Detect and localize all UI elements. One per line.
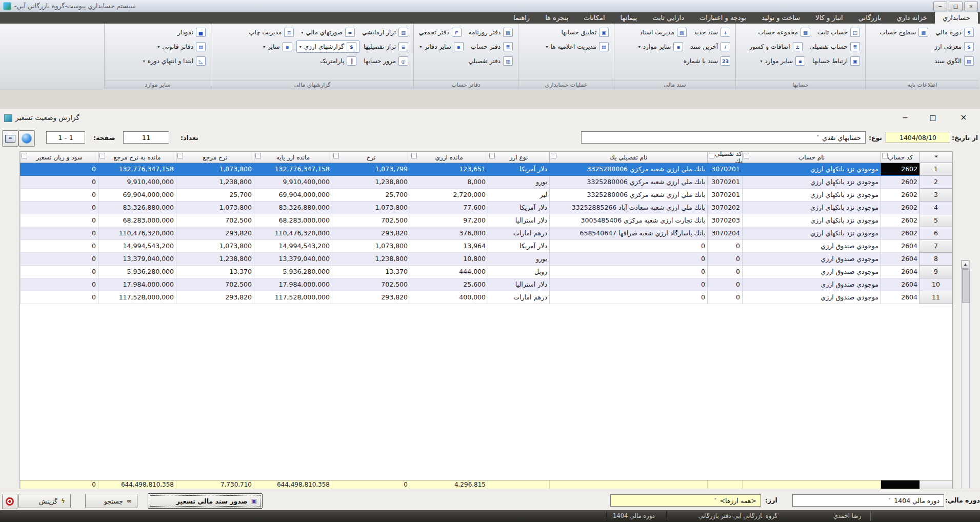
filter-checkbox[interactable] <box>22 153 27 158</box>
ribbon-button[interactable]: ▪سایر دفاتر▾ <box>417 41 467 53</box>
print-button[interactable]: ≡ <box>2 130 18 147</box>
table-row[interactable]: 62602موجودي نزد بانكهاي ارزي3070204بانك … <box>20 227 952 240</box>
report-close-icon[interactable]: × <box>957 112 970 123</box>
filter-checkbox[interactable] <box>882 153 888 158</box>
table-row[interactable]: 22602موجودي نزد بانكهاي ارزي3070201بانك … <box>20 176 952 189</box>
ribbon-button[interactable]: ∕آخرین سند <box>687 41 733 53</box>
column-header-ref_balance[interactable]: مانده به نرخ مرجع <box>98 152 176 163</box>
filter-checkbox[interactable] <box>744 153 749 158</box>
column-header-acc_name[interactable]: نام حساب <box>742 152 881 163</box>
scroll-up-icon[interactable]: ▲ <box>962 260 969 269</box>
select-button[interactable]: ϟ گزینش <box>18 494 71 508</box>
table-row[interactable]: 32602موجودي نزد بانكهاي ارزي3070201بانك … <box>20 189 952 202</box>
export-voucher-button[interactable]: ▣ صدور سند مالي تسعیر <box>148 493 263 509</box>
ribbon-tab[interactable]: بودجه و اعتبارات <box>692 12 754 24</box>
account-type-select[interactable]: حسابهاي نقدي ˅ <box>581 131 866 144</box>
exit-button[interactable] <box>2 494 17 509</box>
report-minimize-icon[interactable]: − <box>898 112 912 123</box>
report-maximize-icon[interactable]: □ <box>926 112 939 123</box>
column-header-taf_code[interactable]: کد تفصیلي یك <box>707 152 742 163</box>
ribbon-button[interactable]: ▦مجموعه حساب <box>755 26 813 38</box>
column-header-fx_balance[interactable]: مانده ارزي <box>410 152 488 163</box>
ribbon-button[interactable]: =صورتهاي مالي▾ <box>298 26 358 38</box>
ribbon-button[interactable]: $معرفي ارز <box>931 41 977 53</box>
column-header-ref_rate[interactable]: نرخ مرجع <box>176 152 254 163</box>
ribbon-button[interactable]: +سند جدید <box>691 26 733 38</box>
ribbon-tab[interactable]: حسابداري <box>935 12 978 24</box>
ribbon-button[interactable]: ≣دفتر حساب <box>468 41 516 53</box>
vertical-scrollbar[interactable]: ▲ ▼ <box>961 260 970 522</box>
table-row[interactable]: 102604موجودي صندوق ارزي00دلار استرالیا25… <box>20 278 952 291</box>
filter-checkbox[interactable] <box>551 153 556 158</box>
currency-filter-select[interactable]: <همه ارزها> ˅ <box>610 494 761 507</box>
filter-checkbox[interactable] <box>489 153 495 158</box>
ribbon-button[interactable]: ║پارامتریک <box>317 55 359 67</box>
column-header-acc_code[interactable]: کد حساب <box>881 152 919 163</box>
ribbon-button[interactable]: ▅نمودار <box>174 26 209 38</box>
table-row[interactable]: 82604موجودي صندوق ارزي00یورو10,8001,238,… <box>20 253 952 266</box>
ribbon-button[interactable]: ▥تراز آزمایشي <box>359 26 411 38</box>
ribbon-tab[interactable]: ساخت و تولید <box>754 12 808 24</box>
ribbon-tab[interactable]: انبار و کالا <box>808 12 851 24</box>
ribbon-tab[interactable]: امکانات <box>576 12 613 24</box>
table-row[interactable]: 72604موجودي صندوق ارزي00دلار آمریکا13,96… <box>20 240 952 253</box>
ribbon-button[interactable]: ±اضافات و کسور <box>746 41 806 53</box>
from-date-input[interactable]: 1404/08/10 <box>886 132 950 143</box>
scrollbar-thumb[interactable] <box>962 269 970 303</box>
table-row[interactable]: 52602موجودي نزد بانكهاي ارزي3070203بانك … <box>20 214 952 227</box>
fiscal-period-select[interactable]: دوره مالي 1404 ˅ <box>792 494 944 507</box>
ribbon-tab[interactable]: دارایي ثابت <box>645 12 692 24</box>
ribbon-button[interactable]: ▤دفاتر قانوني▾ <box>154 41 209 53</box>
ribbon-button[interactable]: ▪سایر موارد▾ <box>757 55 808 67</box>
search-button[interactable]: ∞ جستجو <box>85 494 137 508</box>
ribbon-button[interactable]: ▣تطبیق حسابها <box>558 26 612 38</box>
column-header-gain_loss[interactable]: سود و زیان تسعیر <box>20 152 98 163</box>
filter-checkbox[interactable] <box>411 153 417 158</box>
column-header-currency[interactable]: نوع ارز <box>488 152 549 163</box>
ribbon-button[interactable]: ▤دفتر روزنامه <box>466 26 516 38</box>
table-row[interactable]: 42602موجودي نزد بانكهاي ارزي3070202بانك … <box>20 202 952 214</box>
ribbon-button[interactable]: $گزارشهاي ارزي▾ <box>296 41 359 53</box>
ribbon-button[interactable]: ▪سایر موارد▾ <box>635 41 687 53</box>
maximize-icon[interactable]: □ <box>949 2 963 11</box>
ribbon-button[interactable]: ◺ابتدا و انتهاي دوره▾ <box>140 55 209 67</box>
ribbon-tab[interactable]: بازرگاني <box>851 12 889 24</box>
ribbon-button[interactable]: 23سند با شماره <box>681 55 733 67</box>
ribbon-button[interactable]: ↱دفتر تجمعي <box>416 26 465 38</box>
ribbon-button[interactable]: ▤الگوي سند <box>931 55 977 67</box>
ribbon-tab[interactable]: پیمانها <box>613 12 645 24</box>
ribbon-button[interactable]: ▣ارتباط حسابها <box>809 55 863 67</box>
column-header-taf_name[interactable]: نام تفصیلي یك <box>549 152 707 163</box>
table-row[interactable]: 112604موجودي صندوق ارزي00درهم امارات400,… <box>20 291 952 304</box>
ribbon-button[interactable]: ◰حساب ثابت <box>814 26 863 38</box>
ribbon-button[interactable]: $دوره مالي <box>932 26 977 38</box>
ribbon-button[interactable]: ◎مرور حسابها <box>361 55 411 67</box>
table-row[interactable]: 92604موجودي صندوق ارزي00روبل444,00013,37… <box>20 266 952 278</box>
ribbon-button[interactable]: ▦سطوح حساب <box>876 26 931 38</box>
minimize-icon[interactable]: − <box>933 2 947 11</box>
ribbon-tab[interactable]: خزانه داري <box>889 12 934 24</box>
page-range-box[interactable]: 1 - 1 <box>46 131 85 144</box>
table-row[interactable]: 12602موجودي نزد بانكهاي ارزي3070201بانك … <box>20 163 952 176</box>
filter-checkbox[interactable] <box>333 153 339 158</box>
ribbon-button[interactable]: ▤مدیریت اسناد <box>636 26 690 38</box>
close-icon[interactable]: × <box>964 2 978 11</box>
filter-checkbox[interactable] <box>99 153 105 158</box>
filter-checkbox[interactable] <box>255 153 261 158</box>
record-count-box[interactable]: 11 <box>123 131 169 144</box>
ribbon-tab[interactable]: پنجره ها <box>537 12 576 24</box>
filter-checkbox[interactable] <box>177 153 183 158</box>
ribbon-button[interactable]: ≡مدیریت چاپ <box>246 26 297 38</box>
ribbon-tab[interactable]: راهنما <box>506 12 537 24</box>
filter-checkbox[interactable] <box>709 153 714 158</box>
ribbon-button[interactable]: ▥دفتر تفصیلي <box>465 55 516 67</box>
ribbon-button[interactable]: ≣حساب تفصیلي <box>807 41 863 53</box>
help-globe-button[interactable] <box>18 130 35 147</box>
ribbon-button[interactable]: ▤مدیریت اعلامیه ها▾ <box>543 41 612 53</box>
column-header-base_balance[interactable]: مانده ارز پایه <box>254 152 332 163</box>
column-header-rate[interactable]: نرخ <box>332 152 410 163</box>
ribbon-button[interactable]: ≡تراز تفصیلیها <box>361 41 411 53</box>
cell-ref_balance: 69,904,000,000 <box>98 189 176 202</box>
ribbon-button[interactable]: ▪سایر▾ <box>260 41 295 53</box>
column-header-num[interactable]: * <box>919 152 952 163</box>
